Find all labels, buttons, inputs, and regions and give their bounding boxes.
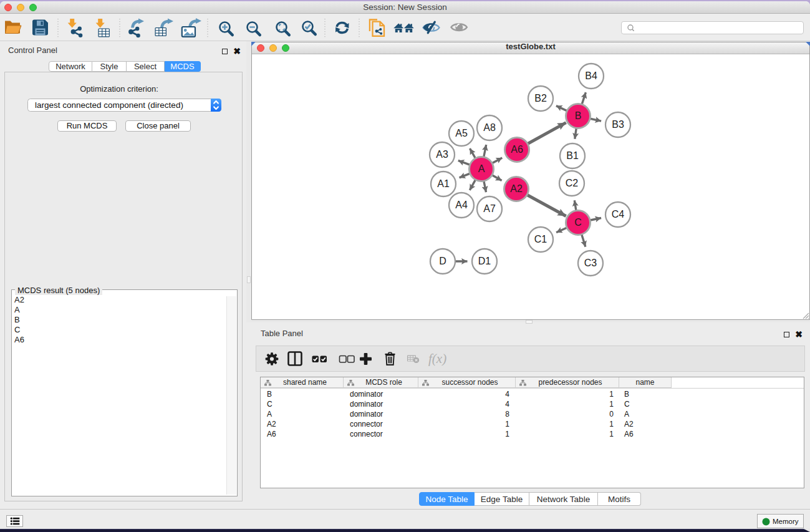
svg-text:B4: B4 bbox=[585, 70, 597, 81]
svg-text:A1: A1 bbox=[437, 178, 450, 189]
svg-text:C3: C3 bbox=[584, 258, 597, 268]
svg-text:C2: C2 bbox=[566, 178, 579, 188]
svg-text:f(x): f(x) bbox=[428, 351, 446, 366]
svg-text:B: B bbox=[575, 110, 582, 121]
svg-text:A6: A6 bbox=[511, 144, 523, 155]
svg-text:C4: C4 bbox=[612, 209, 625, 220]
svg-text:D1: D1 bbox=[478, 256, 491, 266]
svg-text:A7: A7 bbox=[483, 203, 496, 214]
svg-text:A: A bbox=[478, 163, 485, 174]
svg-text:A8: A8 bbox=[483, 122, 496, 133]
svg-text:A2: A2 bbox=[510, 183, 523, 194]
svg-text:A4: A4 bbox=[455, 200, 468, 210]
svg-text:B2: B2 bbox=[534, 93, 547, 104]
svg-text:B3: B3 bbox=[612, 119, 624, 130]
svg-text:B1: B1 bbox=[566, 150, 579, 161]
svg-text:C1: C1 bbox=[534, 234, 547, 244]
svg-text:A5: A5 bbox=[455, 128, 468, 138]
svg-text:D: D bbox=[439, 256, 446, 266]
svg-text:A3: A3 bbox=[436, 149, 448, 160]
svg-text:C: C bbox=[574, 217, 582, 228]
